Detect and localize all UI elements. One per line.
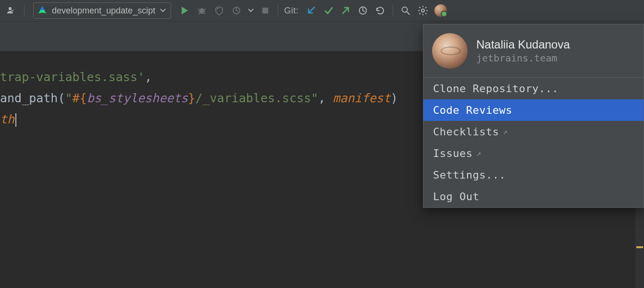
svg-rect-9 [262,8,268,13]
user-menu-header: Nataliia Kudanova jetbrains.team [423,24,644,78]
user-menu-item[interactable]: Code Reviews [423,99,644,121]
svg-line-7 [204,13,205,14]
profile-button[interactable] [229,3,244,18]
user-menu-item-label: Settings... [433,169,506,181]
git-history-button[interactable] [355,3,371,18]
user-menu-item-label: Log Out [433,191,479,203]
chevron-down-icon [160,9,166,12]
git-push-button[interactable] [338,3,353,18]
svg-point-13 [421,9,424,12]
stop-button[interactable] [258,3,273,18]
git-rollback-button[interactable] [372,3,388,18]
svg-point-1 [199,8,204,14]
external-link-icon: ↗ [476,149,481,158]
svg-point-0 [9,7,12,10]
user-organization: jetbrains.team [476,52,570,64]
svg-line-18 [420,7,421,8]
run-dropdown-button[interactable] [246,3,256,18]
svg-line-12 [407,12,409,14]
user-menu-item[interactable]: Log Out [423,186,644,207]
toolbar-divider [278,5,278,16]
toolbar-divider [393,5,393,16]
text-caret [15,113,16,127]
user-menu-popup: Nataliia Kudanova jetbrains.team Clone R… [423,24,644,208]
account-dropdown-button[interactable] [4,3,19,18]
user-menu-item-label: Code Reviews [433,104,512,116]
coverage-button[interactable] [211,3,227,18]
toolbar-divider [24,5,25,16]
git-label: Git: [284,6,298,16]
svg-point-11 [402,7,408,12]
user-avatar-large [432,33,468,69]
user-avatar-button[interactable] [434,4,447,17]
git-update-button[interactable] [303,3,319,18]
user-menu-item-label: Issues [433,147,472,159]
user-name: Nataliia Kudanova [476,38,570,51]
settings-button[interactable] [415,3,431,18]
search-button[interactable] [398,3,413,18]
svg-line-6 [198,13,200,14]
warning-marker[interactable] [636,246,643,248]
user-menu-item[interactable]: Issues↗ [423,143,644,164]
user-menu-item[interactable]: Settings... [423,164,644,186]
run-configuration-label: development_update_scipt [52,6,155,16]
user-menu-item[interactable]: Checklists↗ [423,121,644,143]
user-menu-item-label: Clone Repository... [433,83,558,95]
user-menu-item-label: Checklists [433,126,499,138]
main-toolbar: development_update_scipt [0,0,644,22]
svg-line-20 [420,13,421,14]
space-icon [37,6,47,15]
run-configuration-selector[interactable]: development_update_scipt [33,2,171,19]
svg-line-21 [425,7,426,8]
svg-line-2 [198,9,200,10]
svg-line-3 [204,9,206,10]
debug-button[interactable] [194,3,210,18]
svg-line-19 [425,13,426,14]
run-button[interactable] [177,3,192,18]
git-commit-button[interactable] [321,3,336,18]
user-menu-item[interactable]: Clone Repository... [423,78,644,99]
external-link-icon: ↗ [503,127,508,136]
